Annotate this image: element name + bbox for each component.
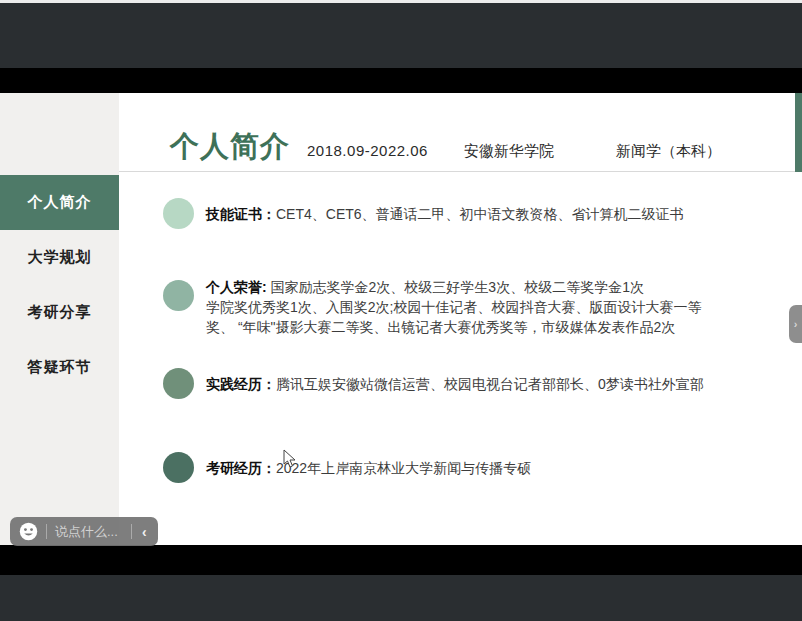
video-top-bar <box>0 3 802 68</box>
major-name: 新闻学（本科） <box>616 142 721 161</box>
bullet-dot <box>163 280 194 311</box>
chat-divider <box>46 524 47 539</box>
bullet-kaoyan: 考研经历：2022年上岸南京林业大学新闻与传播专硕 <box>163 452 784 483</box>
bullet-honors: 个人荣誉: 国家励志奖学金2次、校级三好学生3次、校级二等奖学金1次 学院奖优秀… <box>163 280 784 337</box>
bullet-skills: 技能证书：CET4、CET6、普通话二甲、初中语文教资格、省计算机二级证书 <box>163 198 784 229</box>
side-panel-handle[interactable]: › <box>789 305 802 343</box>
bullet-text: 2022年上岸南京林业大学新闻与传播专硕 <box>276 460 531 476</box>
sidebar-item-college-plan[interactable]: 大学规划 <box>0 230 119 285</box>
bullet-text-line2: 学院奖优秀奖1次、入围奖2次;校园十佳记者、校园抖音大赛、版面设计大赛一等 <box>206 297 784 317</box>
bullet-practice: 实践经历：腾讯互娱安徽站微信运营、校园电视台记者部部长、0梦读书社外宣部 <box>163 368 784 399</box>
chat-collapse-chevron-icon[interactable]: ‹ <box>140 524 149 540</box>
emoji-icon[interactable] <box>19 522 38 541</box>
chat-divider <box>131 524 132 539</box>
page-title: 个人简介 <box>170 127 290 167</box>
study-period: 2018.09-2022.06 <box>307 142 428 159</box>
bullet-label: 个人荣誉: <box>206 279 267 295</box>
header-accent-bar <box>795 93 802 172</box>
sidebar-menu: 个人简介 大学规划 考研分享 答疑环节 <box>0 175 119 395</box>
bullet-dot <box>163 452 194 483</box>
sidebar-item-personal-intro[interactable]: 个人简介 <box>0 175 119 230</box>
bullet-label: 实践经历： <box>206 376 276 392</box>
school-name: 安徽新华学院 <box>464 142 554 161</box>
bullet-text: 腾讯互娱安徽站微信运营、校园电视台记者部部长、0梦读书社外宣部 <box>276 376 704 392</box>
bullet-text-line3: 奖、 “年味"摄影大赛二等奖、出镜记者大赛优秀奖等，市级媒体发表作品2次 <box>206 317 784 337</box>
bullet-text: CET4、CET6、普通话二甲、初中语文教资格、省计算机二级证书 <box>276 206 684 222</box>
bullet-dot <box>163 368 194 399</box>
bullet-label: 考研经历： <box>206 460 276 476</box>
chat-input-bar[interactable]: 说点什么... ‹ <box>10 517 158 546</box>
chat-message-input[interactable]: 说点什么... <box>55 523 123 541</box>
slide-header: 个人简介 2018.09-2022.06 安徽新华学院 新闻学（本科） <box>119 93 802 172</box>
bullet-text-line1: 国家励志奖学金2次、校级三好学生3次、校级二等奖学金1次 <box>271 279 644 295</box>
sidebar-item-qa[interactable]: 答疑环节 <box>0 340 119 395</box>
chevron-right-icon: › <box>794 318 798 330</box>
slide-sidebar: 个人简介 大学规划 考研分享 答疑环节 <box>0 93 119 545</box>
sidebar-item-kaoyan-share[interactable]: 考研分享 <box>0 285 119 340</box>
bullet-label: 技能证书： <box>206 206 276 222</box>
video-bottom-bar <box>0 575 802 621</box>
bullet-dot <box>163 198 194 229</box>
presentation-slide: 个人简介 大学规划 考研分享 答疑环节 个人简介 2018.09-2022.06… <box>0 93 802 545</box>
